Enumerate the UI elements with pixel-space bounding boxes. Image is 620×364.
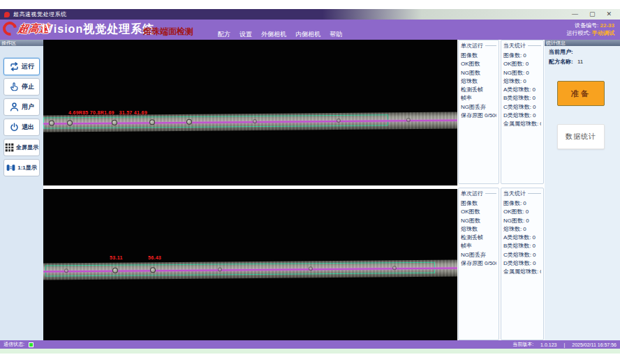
bead-marker [253, 119, 257, 123]
menu-help[interactable]: 帮助 [330, 30, 342, 39]
group-title: 单次运行 [461, 42, 496, 50]
stat-row: C类熔珠数:0 [503, 251, 541, 259]
stat-row: OK图数 [461, 60, 496, 68]
stop-button-label: 停止 [22, 82, 34, 91]
run-button[interactable]: 运行 [3, 58, 40, 75]
group-title: 当天统计 [503, 190, 541, 197]
menu-settings[interactable]: 设置 [239, 30, 252, 39]
menu-outer-camera[interactable]: 外侧相机 [261, 30, 286, 39]
stat-row: B类熔珠数:0 [503, 242, 541, 250]
application-window: 超高速视觉处理系统 — ▢ ✕ 超高速 IVision视觉处理系统 熔珠端面检测… [0, 0, 620, 364]
bead-marker [64, 268, 68, 273]
comm-status-indicator [29, 342, 34, 347]
bead-marker [150, 267, 156, 273]
bead-marker [392, 266, 397, 270]
run-button-label: 运行 [22, 62, 34, 71]
stat-row: 熔珠数:0 [503, 77, 541, 86]
bead-marker [406, 118, 411, 122]
stat-row: D类熔珠数:0 [503, 112, 541, 120]
data-statistics-button[interactable]: 数据统计 [557, 124, 605, 149]
run-cycle-icon [9, 61, 20, 72]
user-button[interactable]: 用户 [3, 98, 40, 116]
stat-row: B类熔珠数:0 [503, 94, 541, 103]
comm-status-label: 通信状态: [3, 341, 24, 348]
version-value: 1.0.123 [540, 342, 556, 347]
stat-row: D类熔珠数:0 [503, 259, 541, 268]
run-mode-label: 运行模式: [567, 30, 591, 36]
stat-row: 图像数 [461, 52, 496, 60]
taskbar-strip [0, 349, 620, 354]
stat-row: 检测丢帧 [461, 234, 496, 242]
fullscreen-button[interactable]: 全屏显示 [3, 139, 40, 156]
current-user-label: 当前用户: [549, 49, 573, 55]
stat-row: 帧率 [461, 94, 496, 103]
statusbar-separator: | [563, 342, 565, 347]
stat-row: 保存原图0/500 [461, 112, 496, 120]
bead-marker [112, 120, 117, 126]
stat-row: 金属屑熔珠数:0 [503, 120, 541, 128]
single-run-stats-top: 单次运行 图像数 OK图数 NG图数 熔珠数 检测丢帧 帧率 NG图丢弃 保存原… [458, 40, 499, 184]
stat-row: NG图数 [461, 217, 496, 225]
single-run-stats-bottom: 单次运行 图像数 OK图数 NG图数 熔珠数 检测丢帧 帧率 NG图丢弃 保存原… [458, 188, 499, 340]
device-id-label: 设备编号: [575, 22, 598, 29]
stat-row: NG图丢弃 [461, 251, 496, 259]
stat-row: 保存原图0/500 [461, 259, 496, 268]
run-mode-value: 手动调试 [592, 30, 614, 36]
stat-row: 图像数 [461, 199, 496, 208]
one-to-one-button-label: 1:1显示 [17, 164, 37, 172]
device-id-value: 22-33 [600, 22, 614, 29]
menu-recipe[interactable]: 配方 [218, 30, 230, 39]
user-button-label: 用户 [22, 103, 34, 112]
menu-inner-camera[interactable]: 内侧相机 [295, 30, 320, 39]
stat-row: 熔珠数 [461, 77, 496, 86]
statistics-info-panel: 统计信息 当前用户: 配方名称: 11 准备 数据统计 [545, 40, 620, 340]
stat-row: 金属屑熔珠数:0 [503, 268, 541, 276]
bead-marker [67, 120, 73, 126]
stat-row: 检测丢帧 [461, 86, 496, 94]
minimize-icon[interactable]: — [572, 11, 578, 17]
stat-row: OK图数 [461, 208, 496, 216]
stop-button[interactable]: 停止 [3, 78, 40, 96]
seam-line-overlay [43, 119, 457, 124]
restore-icon[interactable]: ▢ [589, 11, 596, 17]
bead-marker [309, 266, 313, 271]
hand-icon [9, 82, 20, 92]
bead-marker [218, 267, 222, 271]
close-icon[interactable]: ✕ [606, 11, 612, 17]
stat-row: 图像数:0 [503, 199, 541, 208]
group-title: 单次运行 [461, 190, 496, 197]
group-title: 当天统计 [503, 42, 541, 50]
stat-row: OK图数:0 [503, 60, 541, 68]
stat-row: NG图丢弃 [461, 103, 496, 112]
bead-marker [149, 119, 155, 125]
bead-marker [337, 119, 341, 123]
bead-marker [49, 120, 54, 126]
stat-row: A类熔珠数:0 [503, 234, 541, 242]
today-stats-bottom: 当天统计 图像数:0 OK图数:0 NG图数:0 熔珠数:0 A类熔珠数:0 B… [501, 188, 544, 340]
window-title: 超高速视觉处理系统 [13, 10, 67, 18]
stat-row: 熔珠数 [461, 225, 496, 234]
stat-row: C类熔珠数:0 [503, 103, 541, 112]
datetime-value: 2025/02/11 16:57:56 [572, 342, 617, 347]
inspection-subtitle: 熔珠端面检测 [143, 26, 193, 38]
info-panel-title: 统计信息 [545, 40, 620, 46]
power-icon [9, 122, 20, 132]
today-stats-top: 当天统计 图像数:0 OK图数:0 NG图数:0 熔珠数:0 A类熔珠数:0 B… [501, 40, 544, 184]
stat-row: 帧率 [461, 242, 496, 250]
recipe-name-value: 11 [577, 59, 583, 65]
stat-row: NG图数:0 [503, 217, 541, 225]
one-to-one-icon [6, 163, 15, 172]
exit-button[interactable]: 退出 [3, 119, 40, 136]
measurement-annotation: 53.11 [110, 255, 123, 260]
recipe-name-row: 配方名称: 11 [545, 56, 620, 66]
stat-row: NG图数:0 [503, 69, 541, 77]
fullscreen-button-label: 全屏显示 [16, 144, 38, 151]
exit-button-label: 退出 [22, 123, 34, 132]
bead-marker [186, 119, 192, 125]
status-bar: 通信状态: 当前版本: 1.0.123 | 2025/02/11 16:57:5… [0, 340, 620, 349]
app-icon [4, 12, 10, 17]
prepare-button[interactable]: 准备 [557, 81, 605, 106]
one-to-one-button[interactable]: 1:1显示 [3, 159, 40, 176]
stat-row: OK图数:0 [503, 208, 541, 216]
stat-row: NG图数 [461, 69, 496, 77]
